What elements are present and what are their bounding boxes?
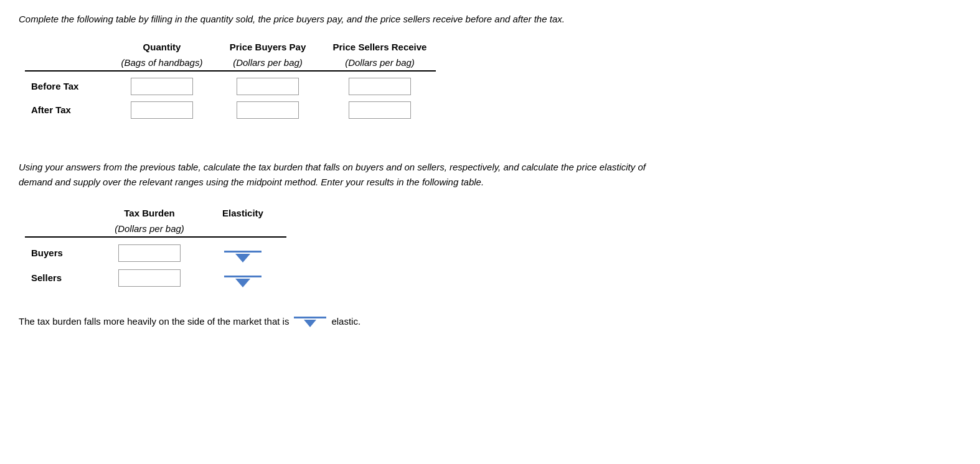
table-row-before-tax: Before Tax xyxy=(25,71,436,98)
table-2-col1-header: Tax Burden xyxy=(100,205,199,221)
after-tax-buyers-pay-input[interactable] xyxy=(237,101,299,119)
sellers-label: Sellers xyxy=(25,265,100,291)
table-1-row-label-header xyxy=(25,39,112,55)
after-tax-sellers-receive-input[interactable] xyxy=(349,101,411,119)
table-1-col2-unit: (Dollars per bag) xyxy=(233,57,303,68)
buyers-dropdown-line xyxy=(224,251,261,253)
buyers-label: Buyers xyxy=(25,237,100,265)
before-tax-quantity-input[interactable] xyxy=(131,78,193,95)
table-2-col1-unit: (Dollars per bag) xyxy=(115,223,184,234)
instruction-2-section: Using your answers from the previous tab… xyxy=(19,160,961,190)
table-1-header-top: Quantity Price Buyers Pay Price Sellers … xyxy=(25,39,436,55)
bottom-dropdown-arrow xyxy=(304,320,316,327)
table-1-col2-header: Price Buyers Pay xyxy=(212,39,324,55)
table-1-section: Quantity Price Buyers Pay Price Sellers … xyxy=(19,39,961,123)
table-1-col3-main: Price Sellers Receive xyxy=(333,42,427,52)
table-2-section: Tax Burden Elasticity (Dollars per bag) … xyxy=(19,205,961,291)
after-tax-label: After Tax xyxy=(25,98,112,123)
instruction-2: Using your answers from the previous tab… xyxy=(19,160,961,190)
table-row-buyers: Buyers xyxy=(25,237,286,265)
table-2-col2-header: Elasticity xyxy=(199,205,286,221)
buyers-elasticity-dropdown[interactable] xyxy=(224,251,261,262)
buyers-dropdown-arrow xyxy=(235,254,250,262)
table-1-col1-main: Quantity xyxy=(143,42,181,52)
bottom-elasticity-dropdown[interactable] xyxy=(294,317,326,327)
bottom-text-section: The tax burden falls more heavily on the… xyxy=(19,316,961,328)
table-row-after-tax: After Tax xyxy=(25,98,436,123)
before-tax-buyers-pay-input[interactable] xyxy=(237,78,299,95)
buyers-tax-burden-input[interactable] xyxy=(118,244,181,262)
table-row-sellers: Sellers xyxy=(25,265,286,291)
sellers-elasticity-dropdown[interactable] xyxy=(224,276,261,287)
bottom-dropdown-line xyxy=(294,317,326,318)
sellers-dropdown-arrow xyxy=(235,279,250,287)
after-tax-quantity-input[interactable] xyxy=(131,101,193,119)
table-1: Quantity Price Buyers Pay Price Sellers … xyxy=(25,39,436,123)
bottom-text-after: elastic. xyxy=(331,316,360,327)
table-2-header-top: Tax Burden Elasticity xyxy=(25,205,286,221)
sellers-dropdown-line xyxy=(224,276,261,277)
bottom-text-before: The tax burden falls more heavily on the… xyxy=(19,316,289,327)
table-2-col2-main: Elasticity xyxy=(222,208,263,218)
table-1-col1-header: Quantity xyxy=(112,39,212,55)
table-1-col2-main: Price Buyers Pay xyxy=(230,42,306,52)
before-tax-label: Before Tax xyxy=(25,71,112,98)
sellers-tax-burden-input[interactable] xyxy=(118,269,181,287)
table-2-col1-main: Tax Burden xyxy=(124,208,174,218)
table-1-col3-header: Price Sellers Receive xyxy=(324,39,436,55)
instruction-2-line2: demand and supply over the relevant rang… xyxy=(19,177,484,187)
instruction-1: Complete the following table by filling … xyxy=(19,12,961,27)
table-2: Tax Burden Elasticity (Dollars per bag) … xyxy=(25,205,286,291)
bottom-inline-dropdown-container xyxy=(291,316,329,328)
before-tax-sellers-receive-input[interactable] xyxy=(349,78,411,95)
table-1-col1-unit: (Bags of handbags) xyxy=(121,57,203,68)
table-2-header-units: (Dollars per bag) xyxy=(25,221,286,237)
instruction-2-line1: Using your answers from the previous tab… xyxy=(19,162,646,172)
table-1-header-units: (Bags of handbags) (Dollars per bag) (Do… xyxy=(25,55,436,71)
table-1-col3-unit: (Dollars per bag) xyxy=(345,57,415,68)
